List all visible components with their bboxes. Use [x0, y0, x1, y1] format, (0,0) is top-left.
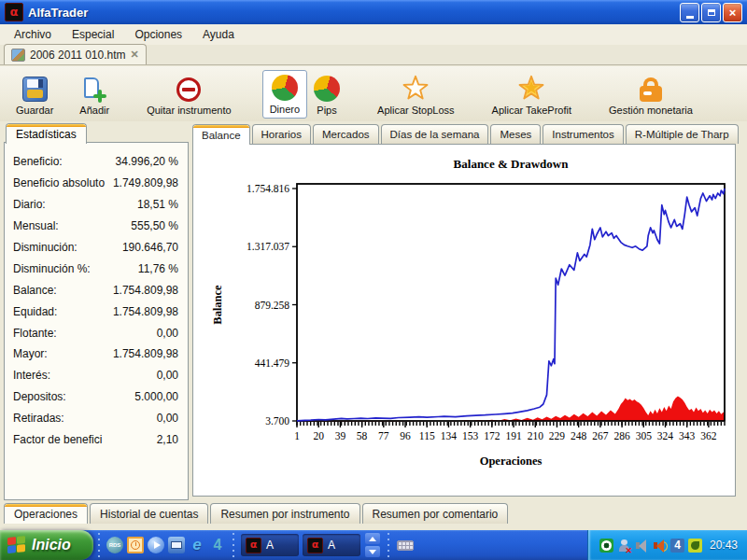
stat-row: Balance:1.754.809,98: [13, 279, 178, 301]
menu-ayuda[interactable]: Ayuda: [192, 26, 245, 43]
stat-row: Depositos:5.000,00: [13, 386, 178, 408]
tray-graphics-icon[interactable]: [688, 539, 702, 553]
quicklaunch-four-icon[interactable]: 4: [209, 537, 226, 553]
tray-volume-muted-icon[interactable]: [635, 539, 649, 553]
gestion-monetaria-button[interactable]: Gestión monetaria: [602, 70, 699, 119]
minimize-button[interactable]: [680, 3, 699, 22]
save-icon: [22, 77, 48, 102]
stat-value: 1.754.809,98: [113, 284, 178, 297]
stat-value: 1.754.809,98: [113, 347, 178, 360]
stat-value: 190.646,70: [122, 241, 178, 254]
star-outline-icon: [402, 74, 430, 102]
estadisticas-label: Estadísticas: [16, 128, 77, 141]
taskbar-window-button-1[interactable]: α A: [241, 534, 299, 556]
keyboard-layout-icon[interactable]: [397, 540, 414, 551]
close-icon: ×: [729, 6, 737, 20]
menu-especial[interactable]: Especial: [62, 26, 124, 43]
x-tick-label: 267: [592, 430, 609, 441]
stat-row: Diario:18,51 %: [13, 194, 178, 216]
stat-value: 5.000,00: [134, 390, 178, 403]
taskbar-window-button-2[interactable]: α A: [303, 534, 360, 556]
tray-volume-icon[interactable]: [653, 539, 667, 553]
quitar-instrumento-button[interactable]: Quitar instrumento: [140, 70, 237, 119]
tab-resumen-por-comentario[interactable]: Resumen por comentario: [362, 503, 509, 524]
anadir-label: Añadir: [79, 105, 109, 116]
close-button[interactable]: ×: [723, 3, 742, 22]
guardar-label: Guardar: [16, 105, 53, 116]
restore-icon: [708, 9, 715, 16]
tab-mercados[interactable]: Mercados: [313, 124, 379, 144]
x-tick-label: 172: [484, 430, 500, 441]
money-pie-icon: [272, 75, 298, 101]
x-tick-label: 362: [700, 430, 717, 441]
window-title: AlfaTrader: [28, 6, 678, 20]
stat-row: Factor de benefici2,10: [13, 429, 178, 451]
scroll-up-button[interactable]: [365, 533, 380, 544]
scroll-down-button[interactable]: [365, 546, 380, 557]
quicklaunch-mediaplayer-icon[interactable]: [148, 537, 164, 553]
tab-historial-de-cuentas[interactable]: Historial de cuentas: [90, 503, 208, 524]
tab-r-multiple-de-tharp[interactable]: R-Múltiple de Tharp: [626, 124, 739, 144]
tab-horarios[interactable]: Horarios: [252, 124, 311, 144]
document-icon: [11, 49, 25, 62]
stat-row: Beneficio:34.996,20 %: [13, 151, 178, 173]
quicklaunch-internet-explorer-icon[interactable]: e: [189, 537, 205, 553]
y-tick-label: 879.258: [255, 300, 290, 311]
stat-value: 34.996,20 %: [116, 155, 178, 168]
restore-button[interactable]: [701, 3, 721, 22]
tray-antivirus-icon[interactable]: [599, 539, 613, 553]
x-tick-label: 153: [462, 430, 479, 441]
tab-mercados-label: Mercados: [322, 129, 370, 140]
tray-messenger-offline-icon[interactable]: [617, 539, 631, 553]
x-tick-label: 229: [549, 430, 566, 441]
tab-estadisticas[interactable]: Estadísticas: [6, 123, 87, 144]
tab-meses[interactable]: Meses: [490, 124, 541, 144]
stat-label: Mayor:: [13, 347, 48, 360]
tab-close-icon[interactable]: ✕: [131, 49, 139, 61]
pips-toggle-button[interactable]: Pips: [307, 70, 346, 119]
quicklaunch-clock-icon[interactable]: [127, 537, 144, 553]
app-logo-alpha-icon: α: [5, 3, 23, 21]
stat-label: Factor de benefici: [13, 433, 102, 446]
dinero-toggle-button[interactable]: Dinero: [262, 70, 307, 119]
quicklaunch-rds-icon[interactable]: RDS: [106, 537, 123, 553]
y-tick-label: 1.754.816: [247, 183, 289, 194]
tab-instrumentos[interactable]: Instrumentos: [543, 124, 623, 144]
quicklaunch-mail-icon[interactable]: [168, 537, 185, 553]
stat-row: Disminución %:11,76 %: [13, 258, 178, 279]
x-tick-label: 115: [419, 430, 435, 441]
x-tick-label: 248: [571, 430, 587, 441]
y-axis-label: Balance: [211, 285, 224, 325]
x-tick-label: 96: [400, 430, 411, 441]
tab-resumen-por-instrumento[interactable]: Resumen por instrumento: [210, 503, 359, 524]
x-tick-label: 324: [657, 430, 674, 441]
aplicar-takeprofit-button[interactable]: Aplicar TakeProfit: [486, 70, 578, 119]
stat-row: Mayor:1.754.809,98: [13, 343, 178, 365]
stoploss-label: Aplicar StopLoss: [377, 105, 455, 116]
menu-archivo[interactable]: Archivo: [4, 26, 62, 43]
taskbar: Inicio RDS e 4 α A α A 4 20:43: [0, 530, 747, 560]
guardar-button[interactable]: Guardar: [9, 70, 60, 119]
minimize-icon: [686, 16, 694, 19]
quitar-label: Quitar instrumento: [147, 105, 231, 116]
tab-operaciones-label: Operaciones: [14, 508, 78, 521]
start-button[interactable]: Inicio: [0, 530, 93, 560]
stat-row: Equidad:1.754.809,98: [13, 301, 178, 322]
document-tab[interactable]: 2006 2011 010.htm ✕: [4, 44, 147, 64]
stat-label: Beneficio absoluto: [13, 176, 105, 189]
tray-four-icon[interactable]: 4: [670, 539, 684, 553]
tab-operaciones[interactable]: Operaciones: [4, 503, 88, 524]
windows-flag-icon: [7, 536, 26, 554]
x-tick-label: 39: [335, 430, 346, 441]
x-tick-label: 343: [679, 430, 696, 441]
aplicar-stoploss-button[interactable]: Aplicar StopLoss: [371, 70, 461, 119]
stat-value: 18,51 %: [137, 198, 178, 211]
stat-value: 1.754.809,98: [113, 305, 178, 318]
x-tick-label: 305: [636, 430, 653, 441]
anadir-button[interactable]: Añadir: [73, 70, 116, 119]
tab-balance[interactable]: Balance: [192, 124, 250, 145]
tab-dias-de-la-semana[interactable]: Días de la semana: [381, 124, 489, 144]
x-tick-label: 286: [613, 430, 630, 441]
menu-opciones[interactable]: Opciones: [124, 26, 192, 43]
lock-icon: [640, 86, 662, 102]
